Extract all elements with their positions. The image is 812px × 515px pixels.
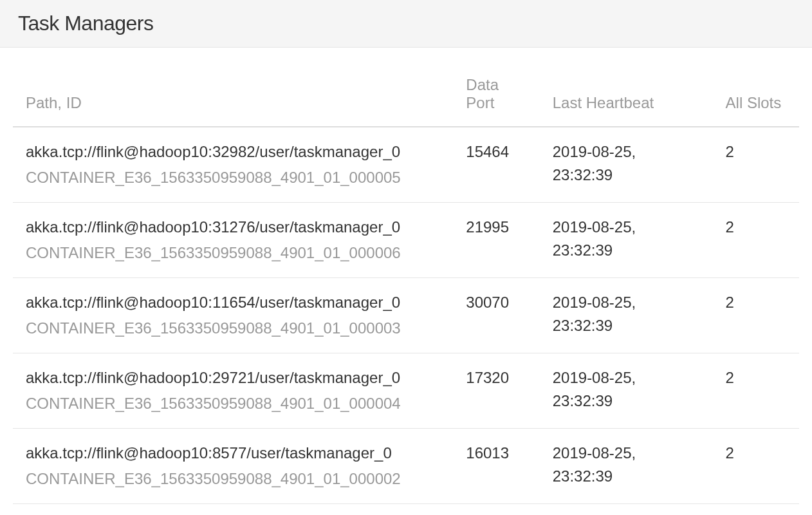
table-row[interactable]: akka.tcp://flink@hadoop10:8577/user/task… (13, 429, 799, 504)
task-manager-container-id: CONTAINER_E36_1563350959088_4901_01_0000… (26, 317, 440, 340)
task-managers-table: Path, ID Data Port Last Heartbeat All Sl… (13, 67, 799, 504)
cell-last-heartbeat: 2019-08-25, 23:32:39 (540, 353, 713, 429)
cell-last-heartbeat: 2019-08-25, 23:32:39 (540, 429, 713, 504)
page-title: Task Managers (18, 12, 794, 35)
cell-data-port: 30070 (453, 278, 539, 353)
table-header-row: Path, ID Data Port Last Heartbeat All Sl… (13, 67, 799, 127)
table-row[interactable]: akka.tcp://flink@hadoop10:32982/user/tas… (13, 127, 799, 203)
page-header: Task Managers (0, 0, 812, 48)
column-header-data-port[interactable]: Data Port (453, 67, 539, 127)
task-manager-container-id: CONTAINER_E36_1563350959088_4901_01_0000… (26, 467, 440, 491)
cell-data-port: 21995 (453, 203, 539, 278)
task-manager-path: akka.tcp://flink@hadoop10:32982/user/tas… (26, 140, 440, 164)
cell-all-slots: 2 (713, 278, 799, 353)
cell-path-id: akka.tcp://flink@hadoop10:29721/user/tas… (13, 353, 453, 429)
cell-path-id: akka.tcp://flink@hadoop10:8577/user/task… (13, 429, 453, 504)
task-manager-container-id: CONTAINER_E36_1563350959088_4901_01_0000… (26, 392, 440, 415)
cell-all-slots: 2 (713, 127, 799, 203)
column-header-all-slots[interactable]: All Slots (713, 67, 799, 127)
content-area: Path, ID Data Port Last Heartbeat All Sl… (0, 67, 812, 504)
cell-last-heartbeat: 2019-08-25, 23:32:39 (540, 278, 713, 353)
task-manager-path: akka.tcp://flink@hadoop10:11654/user/tas… (26, 291, 440, 314)
task-manager-container-id: CONTAINER_E36_1563350959088_4901_01_0000… (26, 241, 440, 265)
cell-path-id: akka.tcp://flink@hadoop10:11654/user/tas… (13, 278, 453, 353)
cell-all-slots: 2 (713, 353, 799, 429)
cell-last-heartbeat: 2019-08-25, 23:32:39 (540, 203, 713, 278)
column-header-last-heartbeat[interactable]: Last Heartbeat (540, 67, 713, 127)
cell-all-slots: 2 (713, 429, 799, 504)
cell-last-heartbeat: 2019-08-25, 23:32:39 (540, 127, 713, 203)
table-row[interactable]: akka.tcp://flink@hadoop10:29721/user/tas… (13, 353, 799, 429)
cell-all-slots: 2 (713, 203, 799, 278)
column-header-path[interactable]: Path, ID (13, 67, 453, 127)
cell-data-port: 17320 (453, 353, 539, 429)
cell-path-id: akka.tcp://flink@hadoop10:32982/user/tas… (13, 127, 453, 203)
task-manager-path: akka.tcp://flink@hadoop10:8577/user/task… (26, 442, 440, 465)
cell-data-port: 15464 (453, 127, 539, 203)
task-manager-container-id: CONTAINER_E36_1563350959088_4901_01_0000… (26, 166, 440, 189)
task-manager-path: akka.tcp://flink@hadoop10:29721/user/tas… (26, 366, 440, 389)
task-manager-path: akka.tcp://flink@hadoop10:31276/user/tas… (26, 216, 440, 239)
cell-path-id: akka.tcp://flink@hadoop10:31276/user/tas… (13, 203, 453, 278)
table-row[interactable]: akka.tcp://flink@hadoop10:11654/user/tas… (13, 278, 799, 353)
cell-data-port: 16013 (453, 429, 539, 504)
table-row[interactable]: akka.tcp://flink@hadoop10:31276/user/tas… (13, 203, 799, 278)
